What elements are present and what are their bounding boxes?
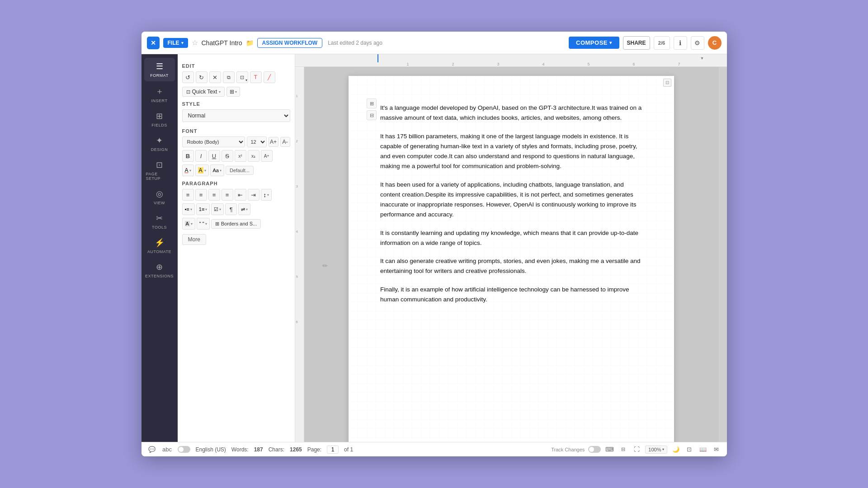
quote-button[interactable]: " " ▾ [197,218,210,230]
document-page: ⊡ ⊞ ⊟ It's a language model developed by… [349,76,674,442]
paragraph-5: It can also generate creative writing pr… [380,256,642,277]
italic-button[interactable]: I [195,150,207,162]
subscript-button[interactable]: x₂ [248,150,259,162]
track-changes-label: Track Changes [551,447,585,452]
sidebar-item-design[interactable]: ✦ DESIGN [144,132,175,155]
keyboard-icon[interactable]: ⌨ [604,445,614,455]
paragraph-6: Finally, it is an example of how artific… [380,285,642,305]
underline-button[interactable]: U [208,150,220,162]
align-justify-button[interactable]: ≡ [222,189,233,201]
paragraph-3: It has been used for a variety of applic… [380,180,642,220]
line-spacing-button[interactable]: ↕▾ [261,189,272,201]
bullets-button[interactable]: •≡▾ [182,203,195,215]
edit-section-title: EDIT [182,63,290,69]
page-number-input[interactable] [327,446,339,454]
font-size-increase-button[interactable]: A+ [269,137,278,147]
track-changes-switch[interactable] [588,446,601,453]
fields-icon: ⊞ [156,111,163,121]
align-row: ≡ ≡ ≡ ≡ ⇤ ⇥ ↕▾ [182,189,290,201]
strikethrough-button[interactable]: S [222,150,233,162]
shading-button[interactable]: A ▾ [182,218,195,230]
style-select[interactable]: Normal Heading 1 Heading 2 [182,109,290,122]
ai-badge[interactable]: 2/6 [654,36,670,50]
ruler: ▼ 1 2 3 4 5 6 7 [295,54,727,67]
bold-button[interactable]: B [182,150,194,162]
moon-icon[interactable]: 🌙 [671,445,681,455]
numbering-button[interactable]: 1≡▾ [196,203,210,215]
more-button[interactable]: More [182,234,206,245]
case-button[interactable]: Aa ▾ [210,164,224,176]
font-section-title: FONT [182,128,290,134]
vertical-ruler: 1 2 3 4 5 6 [295,67,304,442]
copy-button[interactable]: ⧉ [223,71,235,83]
compose-button[interactable]: COMPOSE ▾ [569,37,619,49]
font-family-select[interactable]: Roboto (Body) Arial Times New Roman [182,136,245,147]
sidebar-item-extensions[interactable]: ⊕ EXTENSIONS [144,258,175,282]
star-icon[interactable]: ☆ [192,38,198,47]
undo-button[interactable]: ↺ [182,71,194,83]
sidebar-item-tools[interactable]: ✂ TOOLS [144,210,175,233]
chars-label: Chars: [269,446,284,453]
font-size-select[interactable]: 12 10 14 16 18 [247,136,267,147]
paragraph-section-title: PARAGRAPH [182,181,290,186]
zoom-button[interactable]: 100% ▾ [645,446,667,454]
share-button[interactable]: SHARE [623,36,650,50]
paragraph-mark-button[interactable]: ¶ [225,203,237,215]
format-panel: EDIT ↺ ↻ ✕ ⧉ ⊡▾ T ╱ ⊡ Quick Text ▾ ⊞ [178,54,295,442]
document-scroll[interactable]: ⊡ ⊞ ⊟ It's a language model developed by… [304,67,719,442]
chars-count: 1265 [290,446,302,453]
expand-icon[interactable]: ⊡ [663,79,671,87]
sidebar-item-fields[interactable]: ⊞ FIELDS [144,108,175,131]
folder-icon[interactable]: 📁 [246,39,254,47]
align-left-button[interactable]: ≡ [182,189,194,201]
right-gutter [719,67,727,442]
text-color-button[interactable]: A ▾ [182,164,194,176]
cut-button[interactable]: ✕ [209,71,221,83]
comment-icon[interactable]: 💬 [147,445,157,455]
assign-workflow-button[interactable]: ASSIGN WORKFLOW [257,38,323,48]
highlight-color-button[interactable]: A ▾ [195,164,209,176]
text-direction-button[interactable]: ⇌▾ [238,203,250,215]
highlight-pen-button[interactable]: ╱ [264,71,275,83]
indent-decrease-button[interactable]: ⇤ [235,189,246,201]
fullscreen-icon[interactable]: ⛶ [632,445,642,455]
insert-icon: ＋ [156,86,164,97]
pencil-icon[interactable]: ✏ [322,262,328,269]
sidebar-item-insert[interactable]: ＋ INSERT [144,82,175,107]
borders-button[interactable]: ⊞ Borders and S... [211,219,261,229]
track-changes-toggle[interactable] [178,446,190,453]
info-button[interactable]: ℹ [674,36,687,50]
sidebar-item-page-setup[interactable]: ⊡ PAGE SETUP [144,156,175,184]
grid-view-button[interactable]: ⊞ ▾ [226,87,240,97]
clear-format-button[interactable]: T [250,71,262,83]
align-right-button[interactable]: ≡ [208,189,220,201]
file-menu-button[interactable]: FILE ▾ [163,38,188,48]
column-icon-btn[interactable]: ⊟ [367,110,377,120]
page-layout-icon[interactable]: ⊡ [684,445,694,455]
redo-button[interactable]: ↻ [196,71,208,83]
sidebar-item-format[interactable]: ☰ FORMAT [144,58,175,81]
superscript-button[interactable]: x² [235,150,246,162]
avatar[interactable]: C [708,36,722,50]
more-font-button[interactable]: A+ [261,150,273,162]
close-button[interactable]: ✕ [147,37,160,49]
language-label[interactable]: English (US) [196,446,226,453]
mail-icon[interactable]: ✉ [712,445,722,455]
checklist-button[interactable]: ☑▾ [211,203,224,215]
columns-view-icon[interactable]: ⊟ [618,445,628,455]
default-button[interactable]: Default... [226,166,254,175]
sidebar-item-automate[interactable]: ⚡ AUTOMATE [144,234,175,258]
main-area: ☰ FORMAT ＋ INSERT ⊞ FIELDS ✦ DESIGN ⊡ PA… [142,54,727,442]
style-section-title: STYLE [182,101,290,107]
table-icon-btn[interactable]: ⊞ [367,99,377,108]
font-size-decrease-button[interactable]: A- [280,137,290,147]
indent-increase-button[interactable]: ⇥ [248,189,259,201]
spell-check-icon[interactable]: abc [162,445,172,455]
reading-mode-icon[interactable]: 📖 [698,445,708,455]
quick-text-button[interactable]: ⊡ Quick Text ▾ [182,87,225,97]
settings-button[interactable]: ⚙ [691,36,704,50]
sidebar-item-view[interactable]: ◎ VIEW [144,185,175,209]
align-center-button[interactable]: ≡ [195,189,207,201]
quick-text-toolbar: ⊡ Quick Text ▾ ⊞ ▾ [182,87,290,97]
paste-btn[interactable]: ⊡▾ [236,71,248,83]
